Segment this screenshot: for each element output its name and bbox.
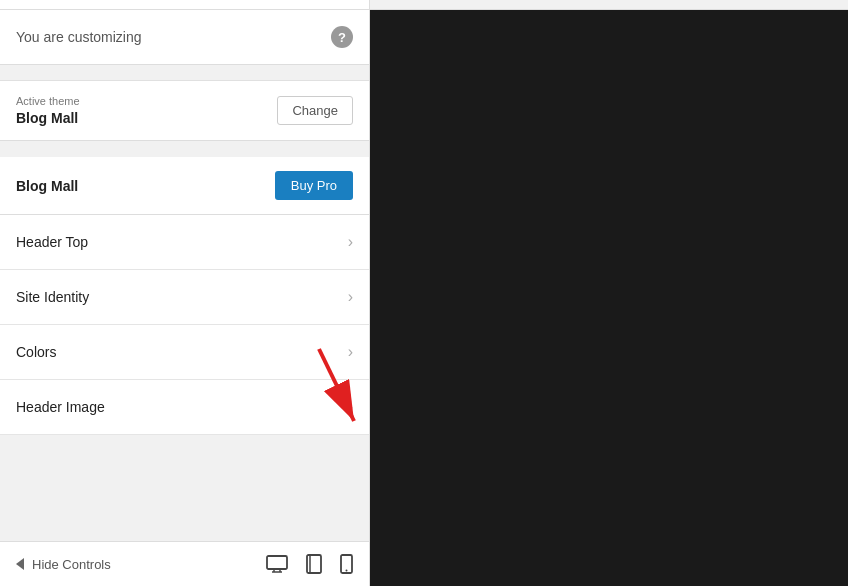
top-bar-partial [0, 0, 369, 10]
active-theme-label: Active theme [16, 95, 80, 107]
nav-items-wrapper: Header Top › Site Identity › Colors › [0, 215, 369, 435]
customizing-section: You are customizing ? [0, 10, 369, 65]
customizing-label: You are customizing [16, 29, 142, 45]
nav-item-colors[interactable]: Colors › [0, 325, 369, 380]
nav-item-site-identity-label: Site Identity [16, 289, 89, 305]
svg-point-9 [346, 570, 348, 572]
chevron-right-icon: › [348, 288, 353, 306]
customizer-panel: You are customizing ? Active theme Blog … [0, 0, 370, 586]
chevron-right-icon: › [348, 233, 353, 251]
chevron-right-icon: › [348, 398, 353, 416]
change-theme-button[interactable]: Change [277, 96, 353, 125]
tablet-view-button[interactable] [306, 554, 322, 574]
chevron-right-icon: › [348, 343, 353, 361]
arrow-left-icon [16, 558, 24, 570]
bottom-bar: Hide Controls [0, 541, 369, 586]
active-theme-name: Blog Mall [16, 110, 80, 126]
desktop-view-button[interactable] [266, 555, 288, 573]
svg-rect-2 [267, 556, 287, 569]
preview-top-bar [370, 0, 848, 10]
nav-item-header-image[interactable]: Header Image › [0, 380, 369, 435]
blog-mall-section: Blog Mall Buy Pro [0, 157, 369, 215]
nav-item-site-identity[interactable]: Site Identity › [0, 270, 369, 325]
blog-mall-title: Blog Mall [16, 178, 78, 194]
hide-controls-button[interactable]: Hide Controls [16, 557, 111, 572]
svg-rect-6 [307, 555, 321, 573]
spacer-2 [0, 141, 369, 157]
nav-item-header-image-label: Header Image [16, 399, 105, 415]
hide-controls-label: Hide Controls [32, 557, 111, 572]
mobile-view-button[interactable] [340, 554, 353, 574]
buy-pro-button[interactable]: Buy Pro [275, 171, 353, 200]
active-theme-info: Active theme Blog Mall [16, 95, 80, 126]
spacer-1 [0, 65, 369, 81]
nav-item-header-top-label: Header Top [16, 234, 88, 250]
preview-panel [370, 0, 848, 586]
nav-item-colors-label: Colors [16, 344, 56, 360]
nav-item-header-top[interactable]: Header Top › [0, 215, 369, 270]
active-theme-section: Active theme Blog Mall Change [0, 81, 369, 141]
device-icons [266, 554, 353, 574]
help-icon[interactable]: ? [331, 26, 353, 48]
